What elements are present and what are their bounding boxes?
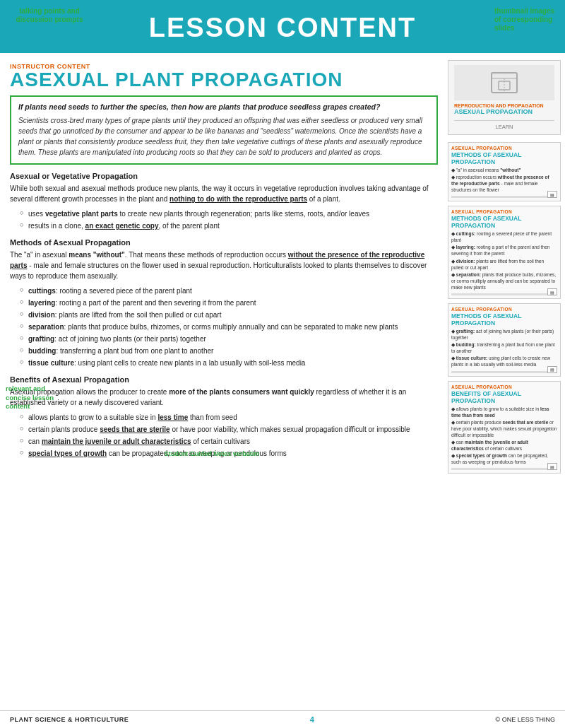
slide-tag-2: ASEXUAL PROPAGATION xyxy=(451,209,557,214)
slide-content-1b: ◆ reproduction occurs without the presen… xyxy=(451,174,557,193)
slide-thumbnail-2: ASEXUAL PROPAGATION Methods of Asexual P… xyxy=(448,206,561,299)
right-panel: REPRODUCTION AND PROPAGATION ASEXUAL PRO… xyxy=(445,53,565,478)
slide-tag-1: ASEXUAL PROPAGATION xyxy=(451,146,557,151)
slide-thumbnail-large: REPRODUCTION AND PROPAGATION ASEXUAL PRO… xyxy=(448,60,561,135)
page-wrapper: talking points and discussion prompts LE… xyxy=(0,0,565,728)
footer-center: 4 xyxy=(310,715,314,724)
bullet-item: tissue culture: using plant cells to cre… xyxy=(20,358,438,368)
slide-title-4: Benefits of Asexual Propagation xyxy=(451,390,557,404)
bullet-item: certain plants produce seeds that are st… xyxy=(20,424,438,435)
header-bar: talking points and discussion prompts LE… xyxy=(0,0,565,53)
bullet-item: layering: rooting a part of the parent a… xyxy=(20,298,438,308)
footer-left: PLANT SCIENCE & HORTICULTURE xyxy=(10,716,129,723)
slide-content-4a: ◆ allows plants to grow to a suitable si… xyxy=(451,406,557,418)
slide-title-3: Methods of Asexual Propagation xyxy=(451,312,557,327)
slide-content-4b: ◆ certain plants produce seeds that are … xyxy=(451,419,557,438)
section-body-3: Asexual propagation allows the producer … xyxy=(10,387,438,408)
section-heading-3: Benefits of Asexual Propagation xyxy=(10,375,438,384)
slide-title-1: Methods of Asexual Propagation xyxy=(451,151,557,165)
slide-thumbnail-3: ASEXUAL PROPAGATION Methods of Asexual P… xyxy=(448,303,561,377)
slide-content-3c: ◆ tissue culture: using plant cells to c… xyxy=(451,355,557,368)
footer: PLANT SCIENCE & HORTICULTURE 4 © ONE LES… xyxy=(0,710,565,728)
annotation-bottom-left: relevant and concise lesson content xyxy=(6,384,66,411)
slide-content-4c: ◆ can maintain the juvenile or adult cha… xyxy=(451,439,557,452)
section-heading-1: Asexual or Vegetative Propagation xyxy=(10,172,438,180)
lesson-subtitle: ASEXUAL PLANT PROPAGATION xyxy=(10,70,438,90)
slide-content-3b: ◆ budding: transferring a plant bud from… xyxy=(451,341,557,354)
slide-image-placeholder xyxy=(454,65,554,100)
slide-title-large: ASEXUAL PROPAGATION xyxy=(454,108,554,116)
slide-footer-1 xyxy=(451,196,557,198)
slide-icon-2: ▤ xyxy=(547,288,557,295)
slide-icon-1: ▤ xyxy=(547,191,557,198)
slide-footer-4 xyxy=(451,468,557,470)
footer-right: © ONE LESS THING xyxy=(496,716,556,723)
green-box: If plants need seeds to further the spec… xyxy=(10,95,438,165)
bullet-item: allows plants to grow to a suitable size… xyxy=(20,412,438,423)
green-box-answer: Scientists cross-bred many types of grap… xyxy=(18,115,429,158)
slide-tag-4: ASEXUAL PROPAGATION xyxy=(451,384,557,389)
left-panel: INSTRUCTOR CONTENT ASEXUAL PLANT PROPAGA… xyxy=(0,53,445,478)
bullet-item: budding: transferring a plant bud from o… xyxy=(20,346,438,356)
slide-content-2b: ◆ layering: rooting a part of the parent… xyxy=(451,244,557,257)
bullet-item: results in a clone, an exact genetic cop… xyxy=(20,221,438,231)
slide-icon-4: ▤ xyxy=(547,463,557,470)
slide-tag-3: ASEXUAL PROPAGATION xyxy=(451,307,557,312)
slide-content-2d: ◆ separation: plants that produce bulbs,… xyxy=(451,271,557,290)
slide-icon-svg xyxy=(490,69,518,97)
slide-icon-3: ▤ xyxy=(547,366,557,373)
slide-footer-3 xyxy=(451,371,557,373)
slide-content-1: ◆ "a" in asexual means "without" xyxy=(451,167,557,173)
slide-content-2a: ◆ cuttings: rooting a severed piece of t… xyxy=(451,230,557,243)
slide-thumbnail-4: ASEXUAL PROPAGATION Benefits of Asexual … xyxy=(448,381,561,474)
bullet-item: separation: plants that produce bulbs, r… xyxy=(20,322,438,332)
bullet-item: uses vegetative plant parts to create ne… xyxy=(20,209,438,219)
bullet-item: grafting: act of joining two plants (or … xyxy=(20,334,438,344)
slide-content-2c: ◆ division: plants are lifted from the s… xyxy=(451,258,557,271)
bullet-item: can maintain the juvenile or adult chara… xyxy=(20,436,438,447)
green-box-question: If plants need seeds to further the spec… xyxy=(18,102,429,111)
annotation-thumbnail: thumbnail images of corresponding slides xyxy=(494,7,558,33)
slide-thumbnail-1: ASEXUAL PROPAGATION Methods of Asexual P… xyxy=(448,142,561,201)
slide-title-2: Methods of Asexual Propagation xyxy=(451,215,557,229)
section-body-2: The "a" in asexual means "without". That… xyxy=(10,249,438,281)
slide-tag-large: REPRODUCTION AND PROPAGATION xyxy=(454,103,554,108)
bullet-item: division: plants are lifted from the soi… xyxy=(20,310,438,320)
bullet-list-2: cuttings: rooting a severed piece of the… xyxy=(20,286,438,368)
bullet-list-1: uses vegetative plant parts to create ne… xyxy=(20,209,438,231)
slide-content-3a: ◆ grafting: act of joining two plants (o… xyxy=(451,328,557,341)
main-content: INSTRUCTOR CONTENT ASEXUAL PLANT PROPAGA… xyxy=(0,53,565,478)
slide-content-4d: ◆ special types of growth can be propaga… xyxy=(451,452,557,465)
bullet-item: cuttings: rooting a severed piece of the… xyxy=(20,286,438,296)
annotation-talking: talking points and discussion prompts xyxy=(7,7,92,24)
slide-footer-2 xyxy=(451,293,557,295)
section-body-1: While both sexual and asexual methods pr… xyxy=(10,183,438,204)
slide-learn: LEARN xyxy=(454,120,554,130)
section-heading-2: Methods of Asexual Propagation xyxy=(10,238,438,247)
annotation-bottom-center: Student Guided Notes verbatim xyxy=(155,450,268,459)
